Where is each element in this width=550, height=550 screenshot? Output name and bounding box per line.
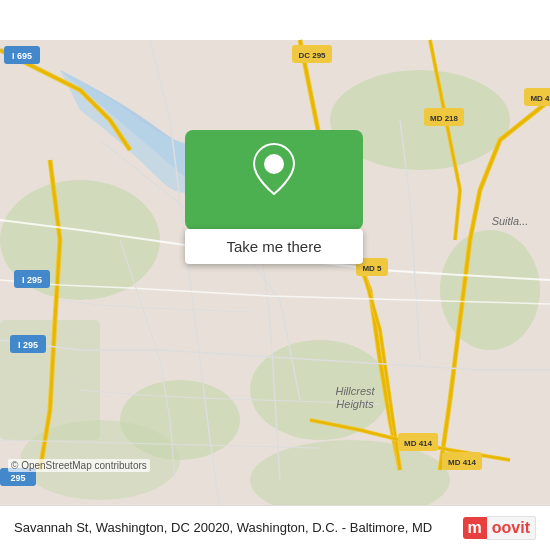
svg-text:I 295: I 295 <box>18 340 38 350</box>
svg-text:I 295: I 295 <box>22 275 42 285</box>
map-attribution: © OpenStreetMap contributors <box>8 459 150 472</box>
moovit-logo-rest: oovit <box>487 516 536 540</box>
svg-text:MD 414: MD 414 <box>404 439 433 448</box>
svg-text:Hillcrest: Hillcrest <box>335 385 375 397</box>
location-pin-popup <box>185 130 363 230</box>
svg-text:MD 414: MD 414 <box>448 458 477 467</box>
svg-text:MD 5: MD 5 <box>362 264 382 273</box>
take-me-there-button[interactable]: Take me there <box>185 229 363 264</box>
svg-point-5 <box>440 230 540 350</box>
svg-text:DC 295: DC 295 <box>298 51 326 60</box>
moovit-logo-m: m <box>463 517 487 539</box>
svg-text:MD 4: MD 4 <box>530 94 550 103</box>
svg-text:295: 295 <box>10 473 25 483</box>
address-text: Savannah St, Washington, DC 20020, Washi… <box>14 519 453 537</box>
svg-text:MD 218: MD 218 <box>430 114 459 123</box>
svg-text:Suitla...: Suitla... <box>492 215 529 227</box>
svg-point-32 <box>264 154 284 174</box>
svg-text:I 695: I 695 <box>12 51 32 61</box>
map-container: I 695 I 295 I 295 295 DC 295 MD 218 MD 4… <box>0 0 550 550</box>
location-pin-icon <box>252 142 296 196</box>
attribution-text: © OpenStreetMap contributors <box>11 460 147 471</box>
moovit-logo: m oovit <box>463 516 536 540</box>
bottom-bar: Savannah St, Washington, DC 20020, Washi… <box>0 505 550 550</box>
svg-text:Heights: Heights <box>336 398 374 410</box>
